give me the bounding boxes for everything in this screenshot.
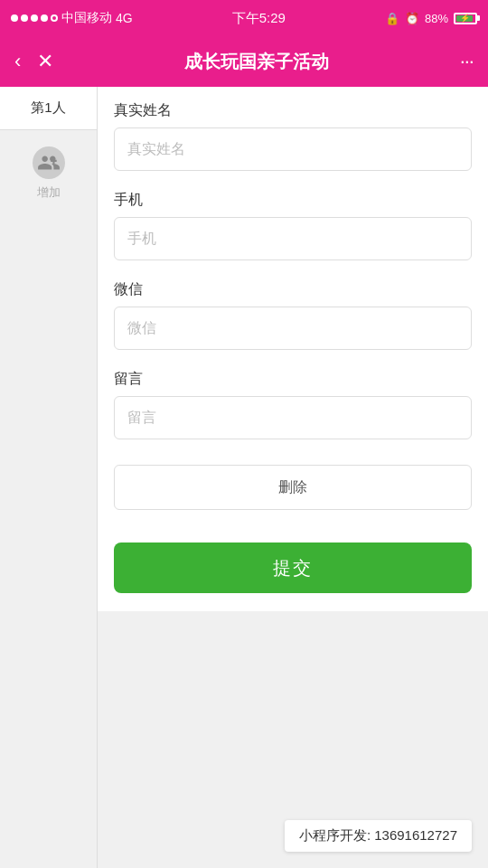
dot5 xyxy=(51,14,58,22)
alarm-icon: ⏰ xyxy=(405,12,419,25)
status-right: 🔒 ⏰ 88% ⚡ xyxy=(385,12,477,25)
add-person-icon xyxy=(33,146,65,179)
form-area: 真实姓名 手机 微信 留言 删除 xyxy=(98,87,488,524)
main-layout: 第1人 增加 真实姓名 手机 xyxy=(0,87,488,868)
network-label: 4G xyxy=(116,11,133,25)
more-button[interactable]: ··· xyxy=(460,50,474,73)
nav-bar: ‹ ✕ 成长玩国亲子活动 ··· xyxy=(0,36,488,87)
phone-input[interactable] xyxy=(114,217,472,260)
message-input[interactable] xyxy=(114,396,472,439)
sidebar: 第1人 增加 xyxy=(0,87,98,868)
footer-watermark: 小程序开发: 13691612727 xyxy=(285,820,472,852)
phone-label: 手机 xyxy=(114,191,472,210)
nav-left-icons: ‹ ✕ xyxy=(14,50,53,73)
status-left: 中国移动 4G xyxy=(11,10,133,26)
wechat-input[interactable] xyxy=(114,307,472,350)
message-label: 留言 xyxy=(114,370,472,389)
lock-icon: 🔒 xyxy=(385,12,399,25)
wechat-label: 微信 xyxy=(114,280,472,299)
phone-group: 手机 xyxy=(114,191,472,260)
submit-button[interactable]: 提交 xyxy=(114,542,472,593)
carrier-label: 中国移动 xyxy=(61,10,112,26)
battery-icon: ⚡ xyxy=(454,13,477,24)
status-time: 下午5:29 xyxy=(232,10,286,27)
message-group: 留言 xyxy=(114,370,472,439)
add-person-label: 增加 xyxy=(37,184,61,201)
real-name-input[interactable] xyxy=(114,127,472,171)
status-bar: 中国移动 4G 下午5:29 🔒 ⏰ 88% ⚡ xyxy=(0,0,488,36)
signal-dots xyxy=(11,14,58,22)
delete-button[interactable]: 删除 xyxy=(114,465,472,510)
battery-bolt: ⚡ xyxy=(460,14,470,23)
submit-section: 提交 xyxy=(98,524,488,611)
dot2 xyxy=(21,14,28,22)
dot3 xyxy=(31,14,38,22)
real-name-label: 真实姓名 xyxy=(114,101,472,120)
battery-label: 88% xyxy=(425,12,448,25)
nav-title: 成长玩国亲子活动 xyxy=(184,50,329,74)
real-name-group: 真实姓名 xyxy=(114,101,472,171)
add-user-svg xyxy=(37,151,61,175)
footer-text: 小程序开发: 13691612727 xyxy=(299,827,457,843)
dot1 xyxy=(11,14,18,22)
add-person-button[interactable]: 增加 xyxy=(33,130,65,217)
person-tab-1[interactable]: 第1人 xyxy=(0,87,97,130)
wechat-group: 微信 xyxy=(114,280,472,350)
close-button[interactable]: ✕ xyxy=(37,50,53,73)
back-button[interactable]: ‹ xyxy=(14,50,21,73)
dot4 xyxy=(41,14,48,22)
